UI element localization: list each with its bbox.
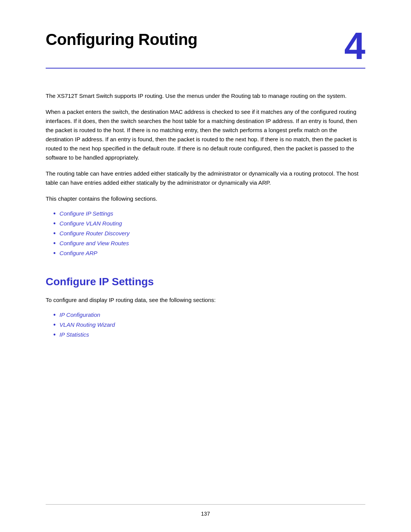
list-item: • Configure ARP bbox=[53, 250, 365, 257]
content-area: The XS712T Smart Switch supports IP rout… bbox=[46, 91, 365, 339]
list-item: • Configure IP Settings bbox=[53, 210, 365, 218]
bullet-icon-8: • bbox=[53, 331, 56, 339]
list-item: • Configure VLAN Routing bbox=[53, 220, 365, 228]
chapter-header: Configuring Routing 4 bbox=[46, 30, 365, 69]
bullet-icon-1: • bbox=[53, 210, 56, 218]
bullet-icon-3: • bbox=[53, 230, 56, 238]
bullet-icon-6: • bbox=[53, 311, 56, 319]
intro-paragraph-3: The routing table can have entries added… bbox=[46, 169, 365, 187]
link-configure-vlan-routing[interactable]: Configure VLAN Routing bbox=[59, 220, 122, 227]
footer-divider bbox=[46, 504, 365, 505]
bullet-icon-5: • bbox=[53, 249, 56, 257]
bullet-icon-7: • bbox=[53, 321, 56, 329]
list-item: • VLAN Routing Wizard bbox=[53, 321, 365, 329]
intro-paragraph-2: When a packet enters the switch, the des… bbox=[46, 107, 365, 162]
intro-paragraph-4: This chapter contains the following sect… bbox=[46, 194, 365, 203]
page-number: 137 bbox=[201, 511, 210, 517]
bullet-icon-2: • bbox=[53, 220, 56, 228]
link-configure-ip-settings[interactable]: Configure IP Settings bbox=[59, 210, 113, 217]
link-ip-configuration[interactable]: IP Configuration bbox=[59, 312, 100, 318]
chapter-number: 4 bbox=[344, 27, 365, 65]
link-ip-statistics[interactable]: IP Statistics bbox=[59, 331, 89, 338]
section-intro-text: To configure and display IP routing data… bbox=[46, 296, 365, 305]
chapter-title: Configuring Routing bbox=[46, 30, 198, 49]
link-configure-arp[interactable]: Configure ARP bbox=[59, 250, 97, 256]
bullet-icon-4: • bbox=[53, 240, 56, 248]
link-vlan-routing-wizard[interactable]: VLAN Routing Wizard bbox=[59, 321, 115, 328]
list-item: • IP Configuration bbox=[53, 312, 365, 319]
list-item: • Configure Router Discovery bbox=[53, 230, 365, 238]
link-configure-view-routes[interactable]: Configure and View Routes bbox=[59, 240, 129, 246]
page-container: Configuring Routing 4 The XS712T Smart S… bbox=[0, 0, 411, 532]
intro-paragraph-1: The XS712T Smart Switch supports IP rout… bbox=[46, 91, 365, 101]
section-links-list: • IP Configuration • VLAN Routing Wizard… bbox=[53, 312, 365, 339]
list-item: • IP Statistics bbox=[53, 331, 365, 339]
link-configure-router-discovery[interactable]: Configure Router Discovery bbox=[59, 230, 129, 236]
list-item: • Configure and View Routes bbox=[53, 240, 365, 248]
page-footer: 137 bbox=[0, 504, 411, 517]
chapter-links-list: • Configure IP Settings • Configure VLAN… bbox=[53, 210, 365, 257]
section-heading: Configure IP Settings bbox=[46, 276, 365, 288]
